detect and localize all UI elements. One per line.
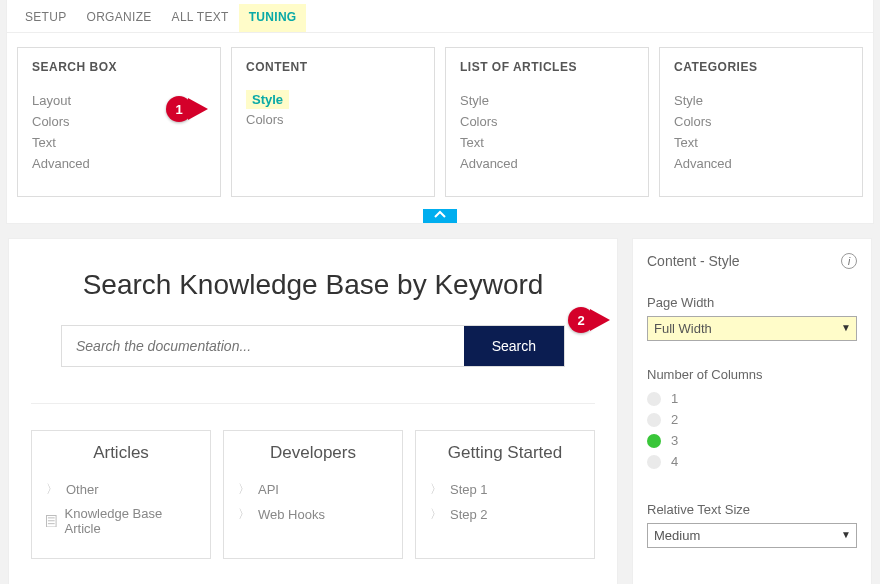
row-label: Web Hooks bbox=[258, 507, 325, 522]
card-list-of-articles: LIST OF ARTICLES Style Colors Text Advan… bbox=[445, 47, 649, 197]
tab-alltext[interactable]: ALL TEXT bbox=[162, 4, 239, 32]
card-item-colors[interactable]: Colors bbox=[460, 111, 634, 132]
divider bbox=[31, 403, 595, 404]
row-label: API bbox=[258, 482, 279, 497]
chevron-right-icon: 〉 bbox=[238, 506, 250, 523]
top-panel: SETUP ORGANIZE ALL TEXT TUNING SEARCH BO… bbox=[6, 0, 874, 224]
search-input[interactable] bbox=[62, 326, 464, 366]
info-icon[interactable]: i bbox=[841, 253, 857, 269]
card-item-style[interactable]: Style bbox=[674, 90, 848, 111]
column-articles: Articles 〉Other Knowledge Base Article bbox=[31, 430, 211, 559]
tab-organize[interactable]: ORGANIZE bbox=[77, 4, 162, 32]
chevron-up-icon bbox=[434, 210, 446, 220]
card-title: SEARCH BOX bbox=[32, 60, 206, 74]
document-icon bbox=[46, 515, 57, 528]
tab-setup[interactable]: SETUP bbox=[15, 4, 77, 32]
settings-panel: Content - Style i Page Width Full Width … bbox=[632, 238, 872, 584]
card-item-colors[interactable]: Colors bbox=[674, 111, 848, 132]
card-item-advanced[interactable]: Advanced bbox=[32, 153, 206, 174]
radio-col-3[interactable]: 3 bbox=[647, 430, 857, 451]
card-item-text[interactable]: Text bbox=[32, 132, 206, 153]
page-width-label: Page Width bbox=[647, 295, 857, 310]
radio-col-4[interactable]: 4 bbox=[647, 451, 857, 472]
card-search-box: SEARCH BOX Layout Colors Text Advanced bbox=[17, 47, 221, 197]
settings-header: Content - Style i bbox=[647, 253, 857, 269]
preview-columns: Articles 〉Other Knowledge Base Article D… bbox=[31, 430, 595, 559]
chevron-right-icon: 〉 bbox=[430, 481, 442, 498]
radio-icon bbox=[647, 392, 661, 406]
card-title: LIST OF ARTICLES bbox=[460, 60, 634, 74]
preview-panel: Search Knowledge Base by Keyword Search … bbox=[8, 238, 618, 584]
card-item-text[interactable]: Text bbox=[460, 132, 634, 153]
card-item-text[interactable]: Text bbox=[674, 132, 848, 153]
card-content: CONTENT Style Colors bbox=[231, 47, 435, 197]
radio-col-2[interactable]: 2 bbox=[647, 409, 857, 430]
row-item-step1[interactable]: 〉Step 1 bbox=[430, 477, 580, 502]
tuning-cards: SEARCH BOX Layout Colors Text Advanced C… bbox=[7, 33, 873, 207]
card-item-advanced[interactable]: Advanced bbox=[674, 153, 848, 174]
card-item-style[interactable]: Style bbox=[246, 90, 289, 109]
collapse-bar bbox=[7, 206, 873, 223]
card-item-style[interactable]: Style bbox=[460, 90, 634, 111]
row-label: Other bbox=[66, 482, 99, 497]
row-item-other[interactable]: 〉Other bbox=[46, 477, 196, 502]
preview-heading: Search Knowledge Base by Keyword bbox=[31, 269, 595, 301]
row-label: Step 1 bbox=[450, 482, 488, 497]
card-categories: CATEGORIES Style Colors Text Advanced bbox=[659, 47, 863, 197]
row-item-step2[interactable]: 〉Step 2 bbox=[430, 502, 580, 527]
radio-label: 4 bbox=[671, 454, 678, 469]
chevron-right-icon: 〉 bbox=[430, 506, 442, 523]
column-getting-started: Getting Started 〉Step 1 〉Step 2 bbox=[415, 430, 595, 559]
radio-icon bbox=[647, 434, 661, 448]
row-item-api[interactable]: 〉API bbox=[238, 477, 388, 502]
search-button[interactable]: Search bbox=[464, 326, 564, 366]
radio-label: 2 bbox=[671, 412, 678, 427]
page-width-select-wrap: Full Width ▼ bbox=[647, 316, 857, 341]
card-title: CATEGORIES bbox=[674, 60, 848, 74]
card-item-advanced[interactable]: Advanced bbox=[460, 153, 634, 174]
card-item-colors[interactable]: Colors bbox=[32, 111, 206, 132]
card-item-layout[interactable]: Layout bbox=[32, 90, 206, 111]
column-title: Getting Started bbox=[430, 443, 580, 463]
tab-tuning[interactable]: TUNING bbox=[239, 4, 307, 32]
chevron-right-icon: 〉 bbox=[46, 481, 58, 498]
column-title: Developers bbox=[238, 443, 388, 463]
radio-icon bbox=[647, 455, 661, 469]
page-width-select[interactable]: Full Width bbox=[647, 316, 857, 341]
radio-icon bbox=[647, 413, 661, 427]
radio-col-1[interactable]: 1 bbox=[647, 388, 857, 409]
search-box: Search bbox=[61, 325, 565, 367]
column-title: Articles bbox=[46, 443, 196, 463]
chevron-right-icon: 〉 bbox=[238, 481, 250, 498]
num-cols-label: Number of Columns bbox=[647, 367, 857, 382]
row-label: Knowledge Base Article bbox=[65, 506, 196, 536]
text-size-select[interactable]: Medium bbox=[647, 523, 857, 548]
radio-label: 3 bbox=[671, 433, 678, 448]
card-item-colors[interactable]: Colors bbox=[246, 109, 420, 130]
collapse-button[interactable] bbox=[423, 209, 457, 223]
text-size-select-wrap: Medium ▼ bbox=[647, 523, 857, 548]
tab-row: SETUP ORGANIZE ALL TEXT TUNING bbox=[7, 0, 873, 33]
row-item-webhooks[interactable]: 〉Web Hooks bbox=[238, 502, 388, 527]
settings-title: Content - Style bbox=[647, 253, 740, 269]
row-label: Step 2 bbox=[450, 507, 488, 522]
row-item-article[interactable]: Knowledge Base Article bbox=[46, 502, 196, 540]
radio-label: 1 bbox=[671, 391, 678, 406]
column-developers: Developers 〉API 〉Web Hooks bbox=[223, 430, 403, 559]
text-size-label: Relative Text Size bbox=[647, 502, 857, 517]
lower-area: Search Knowledge Base by Keyword Search … bbox=[0, 224, 880, 584]
number-of-columns-block: Number of Columns 1 2 3 4 bbox=[647, 367, 857, 472]
card-title: CONTENT bbox=[246, 60, 420, 74]
